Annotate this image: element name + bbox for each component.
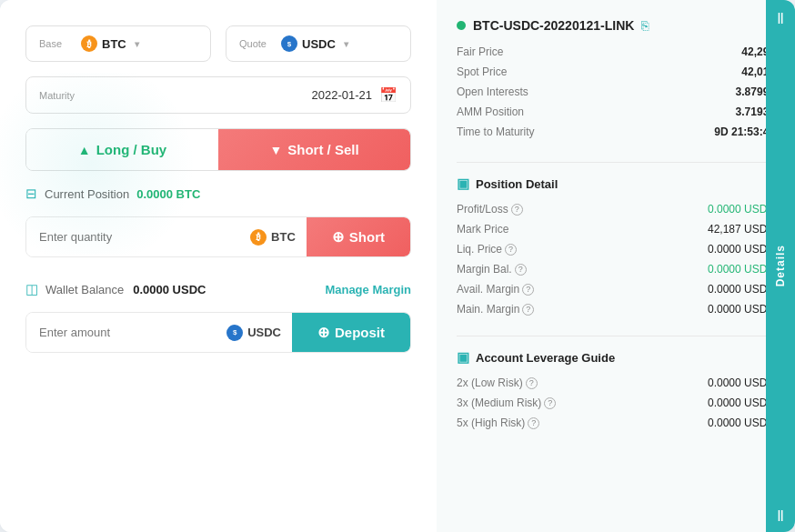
leverage-3x-help[interactable]: ? [544, 397, 556, 409]
quote-label: Quote [239, 38, 274, 49]
wallet-row: ◫ Wallet Balance 0.0000 USDC Manage Marg… [25, 272, 411, 297]
quantity-input-row: ₿ BTC ⊕ Short [25, 216, 411, 257]
main-margin-help[interactable]: ? [522, 304, 534, 316]
spot-price-label: Spot Price [457, 64, 616, 80]
btc-icon: ₿ [81, 35, 97, 52]
arrow-up-icon: ▲ [78, 143, 91, 157]
position-detail-title: ▣ Position Detail [457, 176, 775, 192]
leverage-2x-label: 2x (Low Risk) ? [457, 375, 616, 391]
quote-field[interactable]: Quote $ USDC ▾ [226, 25, 411, 62]
main-container: Base ₿ BTC ▾ Quote $ USDC ▾ Maturity 202… [0, 0, 795, 532]
position-section-icon: ▣ [457, 176, 469, 192]
mark-price-value: 42,187 USDC [616, 221, 775, 237]
leverage-2x-help[interactable]: ? [526, 377, 538, 389]
mark-price-label: Mark Price [457, 221, 616, 237]
short-circle-icon: ⊕ [332, 228, 344, 246]
wallet-value: 0.0000 USDC [133, 283, 206, 296]
main-margin-label: Main. Margin ? [457, 301, 616, 317]
profit-loss-help[interactable]: ? [511, 204, 523, 216]
pair-header: BTC-USDC-20220121-LINK ⎘ [457, 18, 775, 33]
usdc-icon-deposit: $ [226, 325, 243, 341]
open-interests-value: 3.87999 [616, 84, 775, 100]
short-button[interactable]: ⊕ Short [307, 217, 410, 256]
deposit-coin: $ USDC [216, 313, 292, 352]
manage-margin-link[interactable]: Manage Margin [325, 283, 411, 296]
share-icon[interactable]: ⎘ [641, 18, 649, 33]
leverage-3x-label: 3x (Medium Risk) ? [457, 395, 616, 411]
leverage-grid: 2x (Low Risk) ? 0.0000 USDC 3x (Medium R… [457, 375, 775, 431]
leverage-3x-value: 0.0000 USDC [616, 395, 775, 411]
wallet-label: Wallet Balance [45, 283, 124, 296]
fair-price-value: 42,292 [616, 44, 775, 60]
position-detail-grid: Profit/Loss ? 0.0000 USDC Mark Price 42,… [457, 201, 775, 317]
liq-price-value: 0.0000 USDC [616, 241, 775, 257]
fair-price-label: Fair Price [457, 44, 616, 60]
position-icon: ⊟ [25, 186, 37, 202]
tab-buy[interactable]: ▲ Long / Buy [26, 129, 218, 170]
margin-bal-value: 0.0000 USDC [616, 261, 775, 277]
quantity-coin: ₿ BTC [239, 217, 307, 256]
amm-position-label: AMM Position [457, 104, 616, 120]
base-label: Base [39, 38, 74, 49]
pair-info-grid: Fair Price 42,292 Spot Price 42,015 Open… [457, 44, 775, 140]
margin-bal-label: Margin Bal. ? [457, 261, 616, 277]
divider-1 [457, 162, 775, 163]
base-quote-row: Base ₿ BTC ▾ Quote $ USDC ▾ [25, 25, 411, 62]
avail-margin-help[interactable]: ? [522, 284, 534, 296]
open-interests-label: Open Interests [457, 84, 616, 100]
time-to-maturity-value: 9D 21:53:47 [616, 124, 775, 140]
profit-loss-label: Profit/Loss ? [457, 201, 616, 217]
current-position-label: Current Position [45, 187, 129, 201]
divider-2 [457, 336, 775, 336]
profit-loss-value: 0.0000 USDC [616, 201, 775, 217]
margin-bal-help[interactable]: ? [515, 264, 527, 276]
deposit-button[interactable]: ⊕ Deposit [292, 313, 410, 352]
trade-tabs: ▲ Long / Buy ▼ Short / Sell [25, 128, 411, 171]
maturity-label: Maturity [39, 90, 75, 101]
quote-value: $ USDC ▾ [281, 35, 348, 52]
quantity-input[interactable] [26, 217, 239, 256]
deposit-input[interactable] [26, 313, 216, 352]
avail-margin-label: Avail. Margin ? [457, 281, 616, 297]
status-dot [457, 21, 466, 30]
time-to-maturity-label: Time to Maturity [457, 124, 616, 140]
amm-position-value: 3.71939 [616, 104, 775, 120]
details-tab-label: Details [774, 245, 787, 286]
avail-margin-value: 0.0000 USDC [616, 281, 775, 297]
tab-sell[interactable]: ▼ Short / Sell [218, 129, 410, 170]
left-panel: Base ₿ BTC ▾ Quote $ USDC ▾ Maturity 202… [0, 0, 437, 532]
details-sidebar[interactable]: || Details || [766, 0, 795, 532]
right-panel: BTC-USDC-20220121-LINK ⎘ Fair Price 42,2… [437, 0, 795, 532]
liq-price-help[interactable]: ? [505, 244, 517, 256]
pair-title: BTC-USDC-20220121-LINK [473, 18, 634, 33]
maturity-field[interactable]: Maturity 2022-01-21 📅 [25, 76, 411, 114]
leverage-5x-label: 5x (High Risk) ? [457, 415, 616, 431]
leverage-2x-value: 0.0000 USDC [616, 375, 775, 391]
usdc-icon: $ [281, 35, 297, 52]
leverage-5x-help[interactable]: ? [528, 417, 539, 429]
btc-icon-qty: ₿ [250, 229, 267, 246]
leverage-title: ▣ Account Leverage Guide [457, 349, 775, 366]
calendar-icon: 📅 [379, 86, 398, 104]
current-position-row: ⊟ Current Position 0.0000 BTC [25, 186, 411, 202]
deposit-circle-icon: ⊕ [317, 324, 329, 341]
leverage-section-icon: ▣ [457, 349, 469, 366]
main-margin-value: 0.0000 USDC [616, 301, 775, 317]
base-field[interactable]: Base ₿ BTC ▾ [25, 25, 211, 62]
maturity-value: 2022-01-21 📅 [312, 86, 398, 104]
quote-chevron: ▾ [344, 39, 348, 49]
liq-price-label: Liq. Price ? [457, 241, 616, 257]
base-value: ₿ BTC ▾ [81, 35, 139, 52]
wallet-icon: ◫ [25, 281, 38, 297]
leverage-5x-value: 0.0000 USDC [616, 415, 775, 431]
deposit-input-row: $ USDC ⊕ Deposit [25, 312, 411, 353]
arrow-down-icon: ▼ [269, 143, 282, 157]
current-position-value: 0.0000 BTC [136, 187, 200, 201]
base-chevron: ▾ [135, 39, 139, 49]
spot-price-value: 42,015 [616, 64, 775, 80]
